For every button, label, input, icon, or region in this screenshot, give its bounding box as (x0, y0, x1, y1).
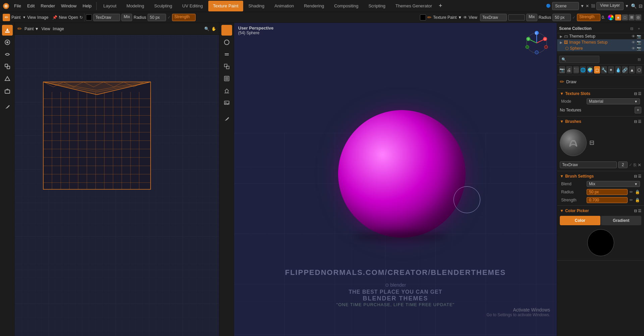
filter-icon[interactable]: ⊟ (639, 3, 643, 9)
mat-btn[interactable]: ◎ (635, 14, 641, 20)
tab-themes-generator[interactable]: Themes Generator (391, 1, 437, 11)
cam-icon-2[interactable]: 📷 (637, 40, 641, 45)
scene-props-icon[interactable]: 🌐 (580, 66, 586, 74)
eye-icon[interactable]: 👁 (632, 34, 635, 39)
blend-mode-left[interactable]: Mix (121, 14, 132, 21)
brush-color-right[interactable] (508, 14, 525, 20)
blend-value[interactable]: Mix ▼ (587, 181, 640, 187)
add-texture-button[interactable]: + (635, 107, 641, 113)
view-icon[interactable]: 👁 (463, 15, 467, 20)
brush-name-field[interactable] (560, 161, 617, 168)
menu-render[interactable]: Render (38, 3, 58, 9)
menu-edit[interactable]: Edit (24, 3, 37, 9)
tab-uv-editing[interactable]: UV Editing (177, 1, 207, 11)
object-props-icon[interactable]: ◻ (594, 66, 600, 74)
uv-image-label[interactable]: Image (53, 27, 64, 31)
brush-settings-header[interactable]: ▼ Brush Settings ⊟ ☰ (557, 173, 644, 180)
brush-name-right[interactable] (480, 14, 507, 21)
brush-check-icon[interactable]: ✓ (629, 162, 632, 167)
physics-props-icon[interactable]: 💧 (615, 66, 621, 74)
slots-menu-icon[interactable]: ☰ (638, 92, 641, 96)
texture-slots-header[interactable]: ▼ Texture Slots ⊟ ☰ (557, 90, 644, 97)
outliner-image-themes-setup[interactable]: ▶ 🖼 Image Themes Setup 👁 📷 (557, 39, 644, 45)
tab-modeling[interactable]: Modeling (122, 1, 149, 11)
tool-annotate[interactable] (2, 101, 13, 112)
tab-rendering[interactable]: Rendering (299, 1, 329, 11)
color-picker-menu-icon[interactable]: ☰ (638, 209, 641, 213)
data-props-icon[interactable]: ▲ (629, 66, 635, 74)
tool-smear[interactable] (2, 49, 13, 60)
radius-right[interactable] (552, 14, 571, 21)
color-picker-header[interactable]: ▼ Color Picker ⊟ ☰ (557, 207, 644, 214)
color-picker-icon[interactable] (608, 14, 614, 20)
mode-value[interactable]: Material ▼ (587, 98, 640, 104)
reload-icon[interactable]: ↻ (79, 15, 83, 20)
view-btn[interactable]: View (469, 15, 477, 20)
soften-btn[interactable] (221, 37, 232, 48)
gradient-button[interactable]: Gradient (601, 216, 642, 225)
tab-shading[interactable]: Shading (244, 1, 269, 11)
menu-window[interactable]: Window (58, 3, 79, 9)
brushes-header[interactable]: ▼ Brushes ⊟ ☰ (557, 118, 644, 125)
tool-draw[interactable] (2, 25, 13, 36)
outliner-sphere[interactable]: ⬡ Sphere 👁 📷 (557, 45, 644, 51)
strength-lock-icon[interactable]: 🔒 (635, 198, 640, 202)
add-workspace-button[interactable]: + (437, 2, 444, 9)
paint-mode-btn[interactable]: ■ (615, 14, 621, 20)
brush-settings-expand-icon[interactable]: ⊟ (634, 174, 637, 179)
blend-mode-right[interactable]: Mix (526, 14, 537, 21)
tool-icon[interactable]: ✏ (3, 14, 10, 21)
smear-btn[interactable] (221, 49, 232, 60)
scene-input[interactable] (552, 2, 579, 10)
cam-icon-3[interactable]: 📷 (637, 46, 641, 51)
modifier-props-icon[interactable]: 🔧 (601, 66, 607, 74)
image-btn[interactable] (221, 97, 232, 108)
view-layer-props-icon[interactable]: ⬛ (573, 66, 579, 74)
color-button[interactable]: Color (560, 216, 600, 225)
strength-left[interactable]: Strength (172, 14, 196, 21)
annotate-center-btn[interactable] (221, 113, 232, 124)
props-expand-icon[interactable]: ⊟ (636, 56, 642, 62)
strength-right[interactable]: Strength (577, 14, 600, 21)
brush-color-swatch[interactable] (86, 14, 92, 20)
view-menu[interactable]: View (27, 15, 36, 20)
tool-fill[interactable] (2, 73, 13, 84)
eye-icon-3[interactable]: 👁 (632, 46, 635, 51)
brush-expand-icon[interactable]: ⊟ (589, 139, 641, 146)
brush-settings-menu-icon[interactable]: ☰ (638, 174, 641, 179)
brush-color-swatch-right[interactable] (420, 14, 426, 20)
tab-animation[interactable]: Animation (270, 1, 299, 11)
tab-layout[interactable]: Layout (99, 1, 121, 11)
uv-view-label[interactable]: View (42, 27, 50, 31)
search-icon[interactable]: 🔍 (631, 3, 637, 9)
color-picker-expand-icon[interactable]: ⊟ (634, 209, 637, 213)
tab-texture-paint[interactable]: Texture Paint (208, 1, 243, 11)
outliner-themes-setup[interactable]: ▶ 🗃 Themes Setup 👁 📷 (557, 33, 644, 39)
slots-expand-icon[interactable]: ⊟ (634, 92, 637, 96)
uv-paint-label[interactable]: Paint ▼ (24, 27, 39, 31)
uv-zoom-icon[interactable]: 🔍 (204, 27, 209, 31)
tab-scripting[interactable]: Scripting (364, 1, 390, 11)
viewport[interactable]: User Perspective (54) Sphere Z X (234, 23, 557, 336)
brush-delete-icon[interactable]: ✕ (638, 162, 641, 167)
eye-icon-2[interactable]: 👁 (632, 40, 635, 45)
radius-lock-icon[interactable]: 🔒 (635, 190, 640, 194)
tool-clone[interactable] (2, 61, 13, 72)
material-props-icon[interactable]: ⬡ (636, 66, 642, 74)
blender-icon[interactable] (1, 1, 11, 11)
wire-btn[interactable]: ⊞ (629, 14, 635, 20)
radius-pencil-icon[interactable]: ✏ (630, 190, 633, 194)
output-props-icon[interactable]: 🖨 (566, 66, 572, 74)
erase-btn[interactable] (221, 85, 232, 96)
clone-btn[interactable] (221, 61, 232, 72)
uv-pan-icon[interactable]: ✋ (211, 27, 216, 31)
constraints-props-icon[interactable]: 🔗 (622, 66, 628, 74)
strength-value[interactable]: 0.700 (587, 197, 628, 203)
close-scene-icon[interactable]: ✕ (586, 4, 589, 8)
view3d-btn[interactable]: □ (622, 14, 628, 20)
brush-name-left[interactable] (93, 14, 120, 21)
view-layer-button[interactable]: View Layer (596, 2, 624, 10)
pin-icon[interactable]: 📌 (52, 15, 57, 20)
color-preview-circle[interactable] (587, 229, 614, 256)
strength-pencil-icon[interactable]: ✏ (630, 198, 633, 202)
